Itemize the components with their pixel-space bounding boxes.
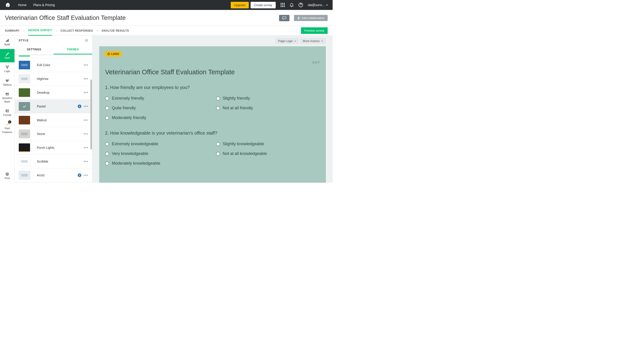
radio-icon[interactable]	[216, 106, 220, 110]
subtab-themes[interactable]: THEMES	[54, 45, 92, 54]
nav-plans[interactable]: Plans & Pricing	[33, 3, 55, 7]
rail-logic[interactable]: Logic	[0, 62, 14, 76]
theme-item[interactable]: Highrise•••	[15, 72, 92, 86]
question[interactable]: 1. How friendly are our employees to you…	[105, 85, 320, 120]
tab-collect-responses[interactable]: COLLECT RESPONSES	[60, 26, 93, 35]
logo-btn-label: LOGO	[111, 52, 119, 55]
theme-item[interactable]: Dewdrop•••	[15, 86, 92, 100]
rail-format[interactable]: Format	[0, 106, 14, 119]
theme-more-icon[interactable]: •••	[84, 118, 88, 122]
svg-rect-18	[7, 81, 8, 81]
comments-button[interactable]	[279, 15, 290, 21]
survey-title[interactable]: Veterinarian Office Staff Evaluation Tem…	[105, 68, 320, 76]
option[interactable]: Slightly knowledgeable	[216, 142, 320, 146]
preview-survey-button[interactable]: Preview survey	[301, 27, 328, 34]
option-label: Extremely knowledgeable	[112, 142, 158, 146]
apps-icon[interactable]	[280, 2, 285, 7]
rail-options-label: Options	[3, 83, 12, 86]
option[interactable]: Moderately knowledgeable	[105, 161, 209, 166]
theme-actions: •••	[84, 118, 88, 122]
theme-more-icon[interactable]: •••	[84, 104, 88, 108]
scrollbar[interactable]	[90, 79, 92, 149]
rail-style[interactable]: Style	[0, 49, 14, 62]
theme-more-icon[interactable]: •••	[84, 173, 88, 177]
create-survey-button[interactable]: Create survey	[250, 2, 276, 8]
radio-icon[interactable]	[105, 96, 109, 100]
option-label: Slightly knowledgeable	[223, 142, 264, 146]
exit-link[interactable]: EXIT	[312, 61, 320, 64]
radio-icon[interactable]	[216, 152, 220, 156]
theme-item[interactable]: Porch Lights•••	[15, 141, 92, 155]
option[interactable]: Very knowledgeable	[105, 151, 209, 156]
top-nav: Home Plans & Pricing Upgrade Create surv…	[0, 0, 332, 10]
theme-item[interactable]: Walnut•••	[15, 113, 92, 127]
rail-question-bank[interactable]: Question Bank	[0, 89, 14, 106]
user-menu[interactable]: ola@survi...	[308, 3, 328, 7]
comment-icon	[282, 16, 286, 20]
option[interactable]: Not at all knowledgeable	[216, 151, 320, 156]
option[interactable]: Extremely knowledgeable	[105, 142, 209, 146]
theme-item[interactable]: Pastel•••	[15, 100, 92, 113]
survey-page: LOGO EXIT Veterinarian Office Staff Eval…	[99, 46, 326, 183]
radio-icon[interactable]	[216, 96, 220, 100]
option[interactable]: Moderately friendly	[105, 115, 209, 120]
theme-more-icon[interactable]: •••	[84, 90, 88, 95]
radio-icon[interactable]	[105, 161, 109, 166]
rail-build[interactable]: Build	[0, 36, 14, 49]
theme-item[interactable]: Full Color•••	[15, 58, 92, 72]
theme-item[interactable]: Stone•••	[15, 127, 92, 141]
option[interactable]: Extremely friendly	[105, 96, 209, 101]
svg-rect-3	[281, 4, 282, 5]
theme-item[interactable]: Scribble•••	[15, 155, 92, 168]
theme-thumbnail	[19, 130, 30, 138]
question[interactable]: 2. How knowledgeable is your veterinaria…	[105, 130, 320, 166]
theme-actions: •••	[84, 90, 88, 95]
theme-item[interactable]: Arctic•••	[15, 168, 92, 182]
option[interactable]: Slightly friendly	[216, 96, 320, 101]
tab-summary[interactable]: SUMMARY	[5, 26, 20, 35]
themes-list[interactable]: Full Color•••Highrise•••Dewdrop•••Pastel…	[15, 55, 92, 183]
svg-point-28	[79, 174, 80, 175]
option[interactable]: Quite friendly	[105, 106, 209, 110]
rail-print[interactable]: Print	[0, 169, 14, 183]
tab-analyze-results[interactable]: ANALYZE RESULTS	[102, 26, 129, 35]
rail-options[interactable]: Options	[0, 76, 14, 89]
panel-help-icon[interactable]: ?	[85, 39, 88, 42]
brand-logo-icon[interactable]	[4, 1, 11, 8]
add-collaborators-button[interactable]: Add collaborators	[294, 15, 328, 21]
radio-icon[interactable]	[105, 106, 109, 110]
theme-more-icon[interactable]: •••	[84, 159, 88, 163]
svg-rect-17	[6, 80, 7, 80]
build-icon	[6, 38, 9, 42]
page-logic-button[interactable]: Page Logic	[276, 38, 299, 44]
help-icon[interactable]	[298, 2, 303, 7]
logic-icon	[6, 65, 9, 69]
option[interactable]: Not at all friendly	[216, 106, 320, 110]
svg-rect-7	[282, 6, 283, 7]
notifications-icon[interactable]	[289, 2, 294, 7]
radio-icon[interactable]	[216, 142, 220, 146]
option-label: Not at all knowledgeable	[223, 151, 267, 156]
radio-icon[interactable]	[105, 142, 109, 146]
more-actions-button[interactable]: More Actions	[300, 38, 326, 44]
theme-actions: •••	[84, 159, 88, 163]
theme-more-icon[interactable]: •••	[84, 77, 88, 81]
theme-more-icon[interactable]: •••	[84, 132, 88, 136]
tab-design-survey[interactable]: DESIGN SURVEY	[28, 25, 52, 36]
radio-icon[interactable]	[105, 152, 109, 156]
radio-icon[interactable]	[105, 116, 109, 120]
svg-rect-0	[281, 3, 282, 4]
theme-more-icon[interactable]: •••	[84, 63, 88, 67]
page-logic-label: Page Logic	[278, 39, 293, 43]
rail-paid-features[interactable]: 1 Paid Features	[0, 119, 14, 136]
option-label: Very knowledgeable	[112, 151, 148, 156]
option-label: Quite friendly	[112, 106, 136, 110]
theme-actions: •••	[78, 173, 88, 177]
theme-more-icon[interactable]: •••	[84, 146, 88, 150]
upgrade-button[interactable]: Upgrade	[231, 2, 249, 8]
svg-rect-1	[282, 3, 283, 4]
nav-home[interactable]: Home	[18, 3, 26, 7]
subtab-settings[interactable]: SETTINGS	[15, 45, 54, 54]
add-logo-button[interactable]: LOGO	[105, 51, 121, 57]
option-label: Extremely friendly	[112, 96, 144, 101]
